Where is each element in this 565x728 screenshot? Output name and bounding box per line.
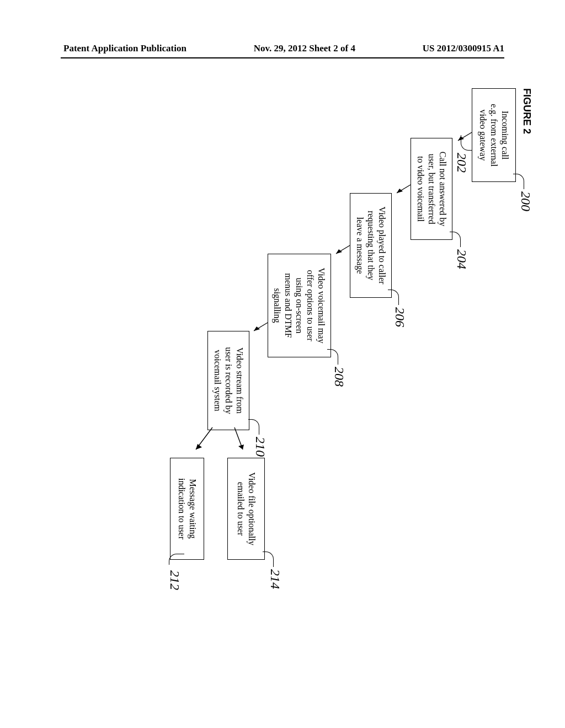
ref-200: 200 [518,191,533,211]
arrow-icon [188,427,215,461]
box-text: Call not answered by user, but transferr… [415,152,448,227]
box-message-waiting: Message waiting indication to user [170,458,204,560]
refcurve-214 [263,552,274,567]
box-text: Video stream from user is recorded by vo… [212,347,245,414]
flow-diagram: FIGURE 2 Incoming call e.g. from externa… [33,141,535,560]
box-video-file-emailed: Video file optionally emailed to user [227,458,265,560]
ref-214: 214 [268,569,282,589]
ref-202: 202 [454,153,469,173]
header-publication: Patent Application Publication [63,43,186,54]
svg-marker-3 [397,189,403,193]
header-rule [61,57,504,58]
svg-marker-1 [458,136,464,141]
arrow-icon [221,427,243,461]
svg-marker-11 [196,444,202,449]
arrow-icon [328,240,350,262]
box-text: Video file optionally emailed to user [235,472,257,545]
refcurve-210 [248,419,259,435]
refcurve-200 [513,174,524,189]
ref-212: 212 [167,570,182,590]
ref-208: 208 [332,367,347,387]
box-incoming-call: Incoming call e.g. from external video g… [472,88,516,182]
arrow-icon [450,127,472,149]
header-date-sheet: Nov. 29, 2012 Sheet 2 of 4 [254,43,355,54]
box-text: Video played to caller requesting that t… [354,207,387,285]
box-call-not-answered: Call not answered by user, but transferr… [411,138,452,240]
refcurve-204 [450,232,461,247]
refcurve-208 [327,349,338,365]
ref-206: 206 [392,307,407,327]
box-text: Message waiting indication to user [176,478,198,539]
arrow-icon [388,179,411,201]
figure-label: FIGURE 2 [521,88,532,134]
refcurve-212 [169,554,184,565]
svg-marker-7 [254,326,260,331]
svg-marker-5 [336,249,342,254]
ref-210: 210 [253,437,268,457]
ref-204: 204 [454,249,469,269]
box-text: Video voicemail may offer options to use… [272,268,327,344]
box-video-voicemail-options: Video voicemail may offer options to use… [268,254,331,357]
refcurve-206 [388,290,399,305]
box-text: Incoming call e.g. from external video g… [477,104,510,167]
box-video-played: Video played to caller requesting that t… [350,193,392,298]
header-pubno: US 2012/0300915 A1 [423,43,504,54]
box-video-stream-recorded: Video stream from user is recorded by vo… [207,331,249,430]
